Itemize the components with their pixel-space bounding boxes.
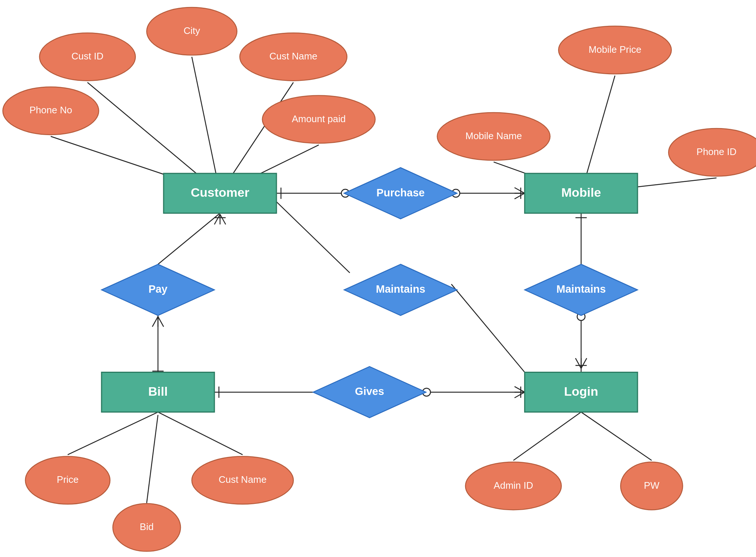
er-diagram (0, 0, 756, 557)
